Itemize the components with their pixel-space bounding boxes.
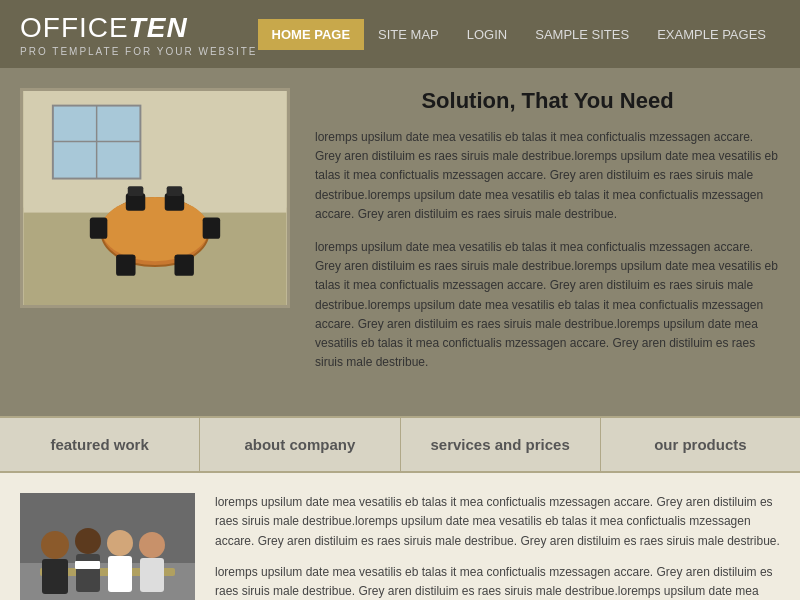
svg-rect-22 bbox=[76, 554, 100, 592]
main-paragraph-1: loremps upsilum date mea vesatilis eb ta… bbox=[315, 128, 780, 224]
nav-sample[interactable]: SAMPLE SITES bbox=[521, 19, 643, 50]
svg-point-7 bbox=[102, 197, 209, 261]
tab-featured-work[interactable]: featured work bbox=[0, 418, 200, 471]
svg-rect-10 bbox=[116, 254, 135, 275]
tab-our-products[interactable]: our products bbox=[601, 418, 800, 471]
svg-rect-20 bbox=[42, 559, 68, 594]
tabs-bar: featured work about company services and… bbox=[0, 416, 800, 473]
header: OFFICETEN PRO TEMPLATE FOR YOUR WEBSITE … bbox=[0, 0, 800, 68]
main-image bbox=[20, 88, 290, 308]
svg-point-19 bbox=[41, 531, 69, 559]
logo-text: OFFICETEN bbox=[20, 12, 258, 44]
bottom-paragraph-2: loremps upsilum date mea vesatilis eb ta… bbox=[215, 563, 780, 600]
svg-point-23 bbox=[107, 530, 133, 556]
logo-office: OFFICE bbox=[20, 12, 129, 43]
logo-area: OFFICETEN PRO TEMPLATE FOR YOUR WEBSITE bbox=[20, 12, 258, 57]
tab-about-company[interactable]: about company bbox=[200, 418, 400, 471]
bottom-image bbox=[20, 493, 195, 600]
nav-example[interactable]: EXAMPLE PAGES bbox=[643, 19, 780, 50]
svg-rect-13 bbox=[203, 217, 221, 238]
main-paragraph-2: loremps upsilum date mea vesatilis eb ta… bbox=[315, 238, 780, 372]
logo-tagline: PRO TEMPLATE FOR YOUR WEBSITE bbox=[20, 46, 258, 57]
bottom-paragraph-1: loremps upsilum date mea vesatilis eb ta… bbox=[215, 493, 780, 551]
tab-services-prices[interactable]: services and prices bbox=[401, 418, 601, 471]
svg-rect-15 bbox=[167, 186, 183, 196]
svg-rect-11 bbox=[174, 254, 193, 275]
svg-rect-28 bbox=[110, 561, 130, 569]
logo-ten: TEN bbox=[129, 12, 188, 43]
main-title: Solution, That You Need bbox=[315, 88, 780, 114]
bottom-section: loremps upsilum date mea vesatilis eb ta… bbox=[0, 473, 800, 600]
svg-point-25 bbox=[139, 532, 165, 558]
svg-rect-14 bbox=[128, 186, 144, 196]
nav-sitemap[interactable]: SITE MAP bbox=[364, 19, 453, 50]
nav-login[interactable]: LOGIN bbox=[453, 19, 521, 50]
svg-point-21 bbox=[75, 528, 101, 554]
svg-rect-27 bbox=[75, 561, 100, 569]
main-content: Solution, That You Need loremps upsilum … bbox=[0, 68, 800, 416]
nav: HOME PAGE SITE MAP LOGIN SAMPLE SITES EX… bbox=[258, 19, 780, 50]
svg-rect-26 bbox=[140, 558, 164, 592]
svg-rect-12 bbox=[90, 217, 108, 238]
bottom-text: loremps upsilum date mea vesatilis eb ta… bbox=[215, 493, 780, 600]
nav-home[interactable]: HOME PAGE bbox=[258, 19, 365, 50]
main-text: Solution, That You Need loremps upsilum … bbox=[315, 88, 780, 386]
